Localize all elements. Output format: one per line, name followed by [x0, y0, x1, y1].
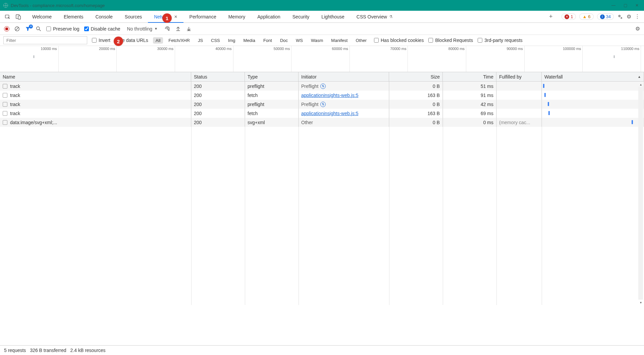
col-type[interactable]: Type	[245, 72, 299, 81]
request-size: 0 B	[433, 120, 440, 125]
type-filter-css[interactable]: CSS	[208, 37, 223, 44]
preflight-info-icon[interactable]: ⇅	[320, 84, 326, 89]
type-filter-img[interactable]: Img	[225, 37, 238, 44]
tab-sources[interactable]: Sources	[119, 11, 148, 22]
tab-memory[interactable]: Memory	[222, 11, 252, 22]
type-filter-ws[interactable]: WS	[293, 37, 306, 44]
request-name: data:image/svg+xml;...	[10, 120, 57, 125]
third-party-label: 3rd-party requests	[484, 38, 523, 43]
filter-toggle-icon[interactable]: ✕	[25, 26, 31, 32]
more-menu-icon[interactable]: ⋮	[635, 13, 640, 20]
request-size: 0 B	[433, 102, 440, 107]
export-har-icon[interactable]	[186, 26, 192, 32]
table-row[interactable]: track200fetchapplicationinsights-web.js:…	[0, 91, 644, 100]
search-icon[interactable]	[36, 26, 42, 32]
tab-label: Welcome	[32, 14, 52, 19]
file-icon	[3, 93, 7, 98]
disable-cache-input[interactable]	[84, 27, 89, 31]
type-filter-wasm[interactable]: Wasm	[308, 37, 326, 44]
request-size: 163 B	[427, 93, 440, 98]
info-count: 34	[606, 14, 611, 19]
throttling-dropdown[interactable]: No throttling ▼	[125, 26, 160, 32]
status-transferred: 326 B transferred	[30, 348, 66, 353]
add-tab-button[interactable]: +	[544, 11, 557, 22]
tab-application[interactable]: Application	[251, 11, 286, 22]
table-row[interactable]: track200preflightPreflight⇅0 B42 ms	[0, 100, 644, 109]
maximize-button[interactable]: ▢	[624, 3, 627, 8]
initiator-link[interactable]: applicationinsights-web.js:5	[301, 93, 358, 98]
type-filter-font[interactable]: Font	[261, 37, 275, 44]
preflight-info-icon[interactable]: ⇅	[320, 102, 326, 107]
request-time: 91 ms	[481, 93, 493, 98]
scroll-down-icon[interactable]: ▾	[640, 300, 642, 305]
grid-header: Name Status Type Initiator Size Time Ful…	[0, 72, 644, 82]
col-fulfilled[interactable]: Fulfilled by	[496, 72, 542, 81]
warning-counter[interactable]: ▲6	[579, 13, 593, 20]
record-button[interactable]	[4, 26, 9, 32]
network-conditions-icon[interactable]	[164, 26, 170, 32]
window-title: DevTools - compliance.microsoft.com/home…	[11, 3, 611, 8]
timeline-tick-label: 80000 ms	[448, 47, 466, 51]
request-name: track	[10, 111, 20, 116]
error-counter[interactable]: ✕1	[561, 13, 576, 20]
network-settings-icon[interactable]: ⚙	[635, 26, 640, 32]
file-icon	[3, 120, 7, 125]
request-type: svg+xml	[248, 120, 265, 125]
disable-cache-checkbox[interactable]: Disable cache	[84, 26, 120, 32]
type-filter-js[interactable]: JS	[195, 37, 206, 44]
preserve-log-checkbox[interactable]: Preserve log	[46, 26, 79, 32]
minimize-button[interactable]: —	[611, 3, 615, 8]
vertical-scrollbar[interactable]: ▴ ▾	[638, 82, 643, 305]
col-status[interactable]: Status	[191, 72, 245, 81]
filter-input[interactable]	[3, 36, 87, 44]
has-blocked-cookies-checkbox[interactable]: Has blocked cookies	[374, 38, 424, 43]
close-window-button[interactable]: ✕	[635, 3, 639, 8]
type-filter-manifest[interactable]: Manifest	[328, 37, 350, 44]
col-size[interactable]: Size	[389, 72, 443, 81]
table-row[interactable]: track200fetchapplicationinsights-web.js:…	[0, 109, 644, 118]
tab-console[interactable]: Console	[89, 11, 118, 22]
type-filter-media[interactable]: Media	[240, 37, 258, 44]
import-har-icon[interactable]	[175, 26, 181, 32]
col-initiator[interactable]: Initiator	[299, 72, 389, 81]
timeline-tick-label: 110000 ms	[621, 47, 641, 51]
tab-label: Security	[292, 14, 310, 19]
tab-performance[interactable]: Performance	[183, 11, 222, 22]
request-time: 42 ms	[481, 102, 493, 107]
panel-tabs-row: WelcomeElementsConsoleSourcesNetwork✕Per…	[0, 11, 644, 23]
col-waterfall[interactable]: Waterfall▲	[542, 72, 644, 81]
inspect-icon[interactable]	[5, 14, 11, 20]
type-filter-other[interactable]: Other	[353, 37, 369, 44]
overview-timeline[interactable]: 10000 ms20000 ms30000 ms40000 ms50000 ms…	[0, 46, 644, 72]
settings-link-icon[interactable]	[617, 14, 623, 20]
clear-icon[interactable]	[14, 26, 20, 32]
col-name[interactable]: Name	[0, 72, 191, 81]
tab-security[interactable]: Security	[286, 11, 316, 22]
tab-css-overview[interactable]: CSS Overview⚗	[351, 11, 399, 22]
tab-welcome[interactable]: Welcome	[26, 11, 58, 22]
preserve-log-input[interactable]	[46, 27, 51, 31]
tab-elements[interactable]: Elements	[58, 11, 89, 22]
blocked-requests-checkbox[interactable]: Blocked Requests	[428, 38, 473, 43]
timeline-tick	[116, 46, 117, 72]
info-counter[interactable]: i34	[597, 13, 614, 20]
type-filter-fetchxhr[interactable]: Fetch/XHR	[166, 37, 193, 44]
close-icon[interactable]: ✕	[174, 14, 177, 19]
device-toggle-icon[interactable]	[15, 14, 21, 20]
settings-gear-icon[interactable]: ⚙	[627, 13, 631, 20]
type-filter-doc[interactable]: Doc	[277, 37, 290, 44]
preserve-log-label: Preserve log	[53, 26, 79, 32]
type-filter-all[interactable]: All	[153, 37, 163, 44]
status-code: 200	[194, 120, 202, 125]
invert-checkbox[interactable]: Invert	[92, 38, 110, 43]
table-row[interactable]: track200preflightPreflight⇅0 B51 ms	[0, 82, 644, 91]
table-row[interactable]: data:image/svg+xml;...200svg+xmlOther0 B…	[0, 118, 644, 127]
initiator-link[interactable]: applicationinsights-web.js:5	[301, 111, 358, 116]
tab-lighthouse[interactable]: Lighthouse	[315, 11, 351, 22]
tab-label: Lighthouse	[321, 14, 344, 19]
status-requests: 5 requests	[4, 348, 26, 353]
scroll-up-icon[interactable]: ▴	[640, 82, 642, 87]
third-party-checkbox[interactable]: 3rd-party requests	[478, 38, 523, 43]
col-time[interactable]: Time	[443, 72, 496, 81]
request-type: preflight	[248, 102, 264, 107]
